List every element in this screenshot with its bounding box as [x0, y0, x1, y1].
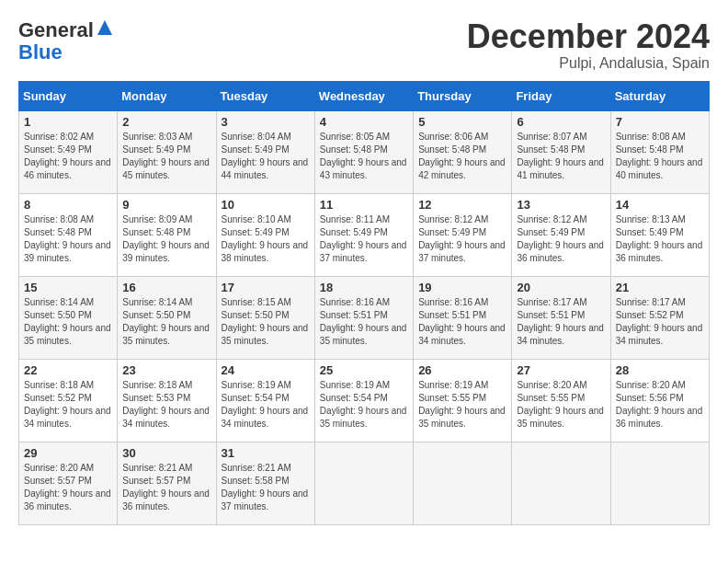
calendar-cell: 30Sunrise: 8:21 AMSunset: 5:57 PMDayligh…	[118, 442, 216, 524]
header-saturday: Saturday	[610, 81, 709, 110]
logo-blue-text: Blue	[18, 40, 63, 63]
cell-content: Sunrise: 8:15 AMSunset: 5:50 PMDaylight:…	[222, 296, 310, 348]
header-friday: Friday	[512, 81, 610, 110]
day-number: 6	[517, 115, 605, 129]
header-wednesday: Wednesday	[314, 81, 413, 110]
calendar-cell: 6Sunrise: 8:07 AMSunset: 5:48 PMDaylight…	[512, 110, 610, 193]
calendar-cell: 21Sunrise: 8:17 AMSunset: 5:52 PMDayligh…	[610, 276, 709, 359]
day-number: 11	[320, 198, 408, 212]
calendar-cell: 12Sunrise: 8:12 AMSunset: 5:49 PMDayligh…	[414, 193, 512, 276]
day-number: 3	[222, 115, 310, 129]
calendar-cell: 1Sunrise: 8:02 AMSunset: 5:49 PMDaylight…	[19, 110, 118, 193]
cell-content: Sunrise: 8:20 AMSunset: 5:55 PMDaylight:…	[517, 379, 605, 431]
calendar-cell: 7Sunrise: 8:08 AMSunset: 5:48 PMDaylight…	[610, 110, 709, 193]
day-number: 20	[517, 281, 605, 294]
calendar-cell: 15Sunrise: 8:14 AMSunset: 5:50 PMDayligh…	[19, 276, 118, 359]
calendar-body: 1Sunrise: 8:02 AMSunset: 5:49 PMDaylight…	[19, 110, 710, 524]
day-number: 22	[24, 363, 112, 377]
calendar-cell: 3Sunrise: 8:04 AMSunset: 5:49 PMDaylight…	[216, 110, 314, 193]
calendar-header-row: Sunday Monday Tuesday Wednesday Thursday…	[19, 81, 710, 110]
calendar-cell	[314, 442, 413, 524]
svg-marker-0	[97, 20, 112, 35]
day-number: 25	[320, 363, 408, 377]
calendar-cell: 25Sunrise: 8:19 AMSunset: 5:54 PMDayligh…	[314, 359, 413, 442]
day-number: 12	[418, 198, 506, 212]
calendar-cell: 11Sunrise: 8:11 AMSunset: 5:49 PMDayligh…	[314, 193, 413, 276]
day-number: 28	[616, 363, 704, 377]
cell-content: Sunrise: 8:12 AMSunset: 5:49 PMDaylight:…	[517, 213, 605, 265]
cell-content: Sunrise: 8:14 AMSunset: 5:50 PMDaylight:…	[122, 296, 210, 348]
day-number: 2	[122, 115, 210, 129]
page-header: General Blue December 2024 Pulpi, Andalu…	[18, 18, 710, 72]
day-number: 10	[222, 198, 310, 212]
logo-icon	[96, 18, 114, 37]
calendar-cell: 17Sunrise: 8:15 AMSunset: 5:50 PMDayligh…	[216, 276, 314, 359]
cell-content: Sunrise: 8:12 AMSunset: 5:49 PMDaylight:…	[418, 213, 506, 265]
day-number: 19	[418, 281, 506, 294]
day-number: 13	[517, 198, 605, 212]
cell-content: Sunrise: 8:05 AMSunset: 5:48 PMDaylight:…	[320, 131, 408, 182]
cell-content: Sunrise: 8:07 AMSunset: 5:48 PMDaylight:…	[517, 131, 605, 182]
day-number: 18	[320, 281, 408, 294]
header-sunday: Sunday	[19, 81, 118, 110]
day-number: 1	[24, 115, 112, 129]
cell-content: Sunrise: 8:11 AMSunset: 5:49 PMDaylight:…	[320, 213, 408, 265]
cell-content: Sunrise: 8:14 AMSunset: 5:50 PMDaylight:…	[24, 296, 112, 348]
header-monday: Monday	[118, 81, 216, 110]
day-number: 5	[418, 115, 506, 129]
calendar-row: 15Sunrise: 8:14 AMSunset: 5:50 PMDayligh…	[19, 276, 710, 359]
calendar-cell: 22Sunrise: 8:18 AMSunset: 5:52 PMDayligh…	[19, 359, 118, 442]
day-number: 26	[418, 363, 506, 377]
cell-content: Sunrise: 8:13 AMSunset: 5:49 PMDaylight:…	[616, 213, 704, 265]
cell-content: Sunrise: 8:17 AMSunset: 5:51 PMDaylight:…	[517, 296, 605, 348]
calendar-cell: 4Sunrise: 8:05 AMSunset: 5:48 PMDaylight…	[314, 110, 413, 193]
cell-content: Sunrise: 8:04 AMSunset: 5:49 PMDaylight:…	[222, 131, 310, 182]
location: Pulpi, Andalusia, Spain	[467, 55, 710, 72]
calendar-cell: 16Sunrise: 8:14 AMSunset: 5:50 PMDayligh…	[118, 276, 216, 359]
calendar-cell: 5Sunrise: 8:06 AMSunset: 5:48 PMDaylight…	[414, 110, 512, 193]
cell-content: Sunrise: 8:20 AMSunset: 5:57 PMDaylight:…	[24, 462, 112, 513]
calendar-table: Sunday Monday Tuesday Wednesday Thursday…	[18, 81, 710, 525]
calendar-cell: 18Sunrise: 8:16 AMSunset: 5:51 PMDayligh…	[314, 276, 413, 359]
calendar-cell: 9Sunrise: 8:09 AMSunset: 5:48 PMDaylight…	[118, 193, 216, 276]
cell-content: Sunrise: 8:19 AMSunset: 5:54 PMDaylight:…	[222, 379, 310, 431]
calendar-row: 8Sunrise: 8:08 AMSunset: 5:48 PMDaylight…	[19, 193, 710, 276]
cell-content: Sunrise: 8:18 AMSunset: 5:53 PMDaylight:…	[122, 379, 210, 431]
calendar-cell	[414, 442, 512, 524]
logo: General Blue	[18, 18, 114, 63]
day-number: 21	[616, 281, 704, 294]
header-tuesday: Tuesday	[216, 81, 314, 110]
calendar-cell: 26Sunrise: 8:19 AMSunset: 5:55 PMDayligh…	[414, 359, 512, 442]
day-number: 9	[122, 198, 210, 212]
calendar-cell: 14Sunrise: 8:13 AMSunset: 5:49 PMDayligh…	[610, 193, 709, 276]
day-number: 7	[616, 115, 704, 129]
calendar-row: 29Sunrise: 8:20 AMSunset: 5:57 PMDayligh…	[19, 442, 710, 524]
calendar-cell: 8Sunrise: 8:08 AMSunset: 5:48 PMDaylight…	[19, 193, 118, 276]
day-number: 31	[222, 446, 310, 460]
day-number: 24	[222, 363, 310, 377]
cell-content: Sunrise: 8:18 AMSunset: 5:52 PMDaylight:…	[24, 379, 112, 431]
cell-content: Sunrise: 8:08 AMSunset: 5:48 PMDaylight:…	[24, 213, 112, 265]
calendar-cell: 24Sunrise: 8:19 AMSunset: 5:54 PMDayligh…	[216, 359, 314, 442]
cell-content: Sunrise: 8:21 AMSunset: 5:57 PMDaylight:…	[122, 462, 210, 513]
calendar-cell: 29Sunrise: 8:20 AMSunset: 5:57 PMDayligh…	[19, 442, 118, 524]
calendar-row: 1Sunrise: 8:02 AMSunset: 5:49 PMDaylight…	[19, 110, 710, 193]
cell-content: Sunrise: 8:03 AMSunset: 5:49 PMDaylight:…	[122, 131, 210, 182]
cell-content: Sunrise: 8:20 AMSunset: 5:56 PMDaylight:…	[616, 379, 704, 431]
calendar-cell: 13Sunrise: 8:12 AMSunset: 5:49 PMDayligh…	[512, 193, 610, 276]
cell-content: Sunrise: 8:16 AMSunset: 5:51 PMDaylight:…	[418, 296, 506, 348]
logo-general-text: General	[18, 18, 94, 41]
cell-content: Sunrise: 8:02 AMSunset: 5:49 PMDaylight:…	[24, 131, 112, 182]
month-title: December 2024	[467, 18, 710, 55]
cell-content: Sunrise: 8:17 AMSunset: 5:52 PMDaylight:…	[616, 296, 704, 348]
cell-content: Sunrise: 8:10 AMSunset: 5:49 PMDaylight:…	[222, 213, 310, 265]
day-number: 23	[122, 363, 210, 377]
cell-content: Sunrise: 8:09 AMSunset: 5:48 PMDaylight:…	[122, 213, 210, 265]
calendar-cell: 10Sunrise: 8:10 AMSunset: 5:49 PMDayligh…	[216, 193, 314, 276]
calendar-cell	[512, 442, 610, 524]
day-number: 17	[222, 281, 310, 294]
day-number: 27	[517, 363, 605, 377]
title-block: December 2024 Pulpi, Andalusia, Spain	[467, 18, 710, 72]
cell-content: Sunrise: 8:19 AMSunset: 5:54 PMDaylight:…	[320, 379, 408, 431]
calendar-row: 22Sunrise: 8:18 AMSunset: 5:52 PMDayligh…	[19, 359, 710, 442]
